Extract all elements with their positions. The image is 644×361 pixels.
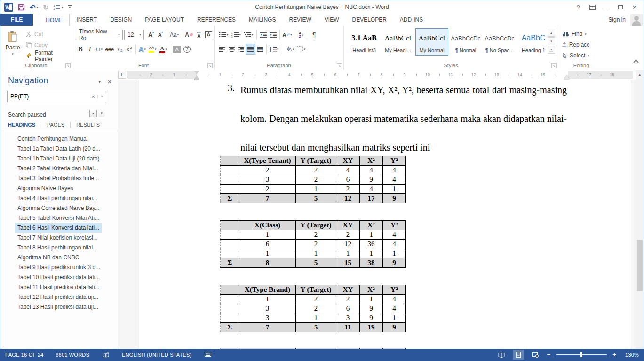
nav-heading-item[interactable]: Algorima Correlated Naïve Bay... bbox=[0, 203, 118, 213]
numbering-qat-button[interactable]: 12 ▾ bbox=[54, 4, 64, 10]
zoom-slider-thumb[interactable] bbox=[580, 352, 582, 357]
nav-heading-item[interactable]: Contoh Perhitungan Manual bbox=[0, 134, 118, 144]
collapse-ribbon-button[interactable] bbox=[634, 57, 638, 66]
nav-heading-item[interactable]: Algorima Naïve Bayes bbox=[0, 184, 118, 193]
paste-button[interactable]: Paste ▾ bbox=[2, 29, 24, 65]
ribbon-tab-mailings[interactable]: MAILINGS bbox=[242, 14, 282, 26]
search-clear-icon[interactable]: ✕ bbox=[89, 94, 97, 99]
ribbon-tab-review[interactable]: REVIEW bbox=[282, 14, 318, 26]
previous-result-button[interactable]: ▲ bbox=[89, 110, 97, 117]
cut-button[interactable]: Cut bbox=[26, 30, 72, 39]
ribbon-tab-references[interactable]: REFERENCES bbox=[191, 14, 242, 26]
text-highlight-button[interactable]: ab▾ bbox=[147, 44, 158, 55]
subscript-button[interactable]: x2 bbox=[115, 44, 125, 55]
font-name-combo[interactable]: Times New Ro▾ bbox=[76, 30, 123, 40]
strikethrough-button[interactable]: abc bbox=[104, 44, 115, 55]
borders-button[interactable]: ▾ bbox=[295, 44, 307, 55]
ribbon-tab-page-layout[interactable]: PAGE LAYOUT bbox=[138, 14, 191, 26]
nav-heading-item[interactable]: Tabel 12 Hasil prediksi data uji... bbox=[0, 292, 118, 302]
character-border-button[interactable]: A bbox=[204, 29, 214, 40]
copy-button[interactable]: Copy bbox=[26, 40, 72, 49]
asian-layout-button[interactable]: A⇄▾ bbox=[281, 29, 294, 40]
print-layout-button[interactable] bbox=[513, 350, 524, 360]
right-indent-marker[interactable] bbox=[564, 75, 570, 79]
ribbon-tab-developer[interactable]: DEVELOPER bbox=[345, 14, 393, 26]
zoom-out-button[interactable]: − bbox=[547, 351, 550, 358]
style-card--normal[interactable]: AaBbCcDc¶ Normal bbox=[449, 28, 482, 56]
nav-heading-item[interactable]: Tabel 10 Hasil prediksi data lati... bbox=[0, 273, 118, 282]
word-count[interactable]: 6601 WORDS bbox=[56, 352, 89, 358]
left-indent-marker[interactable] bbox=[194, 79, 199, 80]
language-indicator[interactable]: ENGLISH (UNITED STATES) bbox=[122, 352, 191, 358]
macro-keyboard-icon[interactable] bbox=[205, 352, 211, 357]
phonetic-guide-button[interactable]: abcA bbox=[194, 29, 204, 40]
nav-heading-item[interactable]: Tabel 3 Tabel Probabilitas Inde... bbox=[0, 174, 118, 184]
font-dialog-launcher[interactable]: ↘ bbox=[207, 63, 213, 68]
proofing-status-icon[interactable] bbox=[103, 352, 110, 358]
document-canvas[interactable]: 3. Rumus diatas membutuhkan nilai XY, X²… bbox=[118, 80, 636, 349]
user-avatar[interactable] bbox=[630, 14, 643, 26]
decrease-indent-button[interactable] bbox=[258, 29, 268, 40]
navigation-close-icon[interactable]: ✕ bbox=[107, 79, 112, 85]
superscript-button[interactable]: x2 bbox=[125, 44, 134, 55]
text-effects-button[interactable]: A▾ bbox=[137, 44, 147, 55]
navigation-options-caret-icon[interactable]: ▾ bbox=[98, 80, 101, 84]
maximize-button[interactable] bbox=[613, 0, 628, 14]
nav-heading-item[interactable]: Tabel 11 Hasil prediksi data lati... bbox=[0, 282, 118, 292]
navigation-search-input[interactable] bbox=[10, 93, 89, 100]
italic-button[interactable]: I bbox=[85, 44, 95, 55]
web-layout-button[interactable] bbox=[530, 350, 541, 360]
clear-formatting-button[interactable]: A bbox=[183, 29, 194, 40]
style-card--no-spac-[interactable]: AaBbCcDc¶ No Spac... bbox=[483, 28, 516, 56]
close-button[interactable]: ✕ bbox=[628, 0, 642, 14]
distribute-button[interactable] bbox=[255, 44, 265, 55]
read-mode-button[interactable] bbox=[496, 350, 507, 360]
nav-heading-item[interactable]: Algoritma NB dan CNBC bbox=[0, 253, 118, 263]
font-color-button[interactable]: A▾ bbox=[158, 44, 169, 55]
bullets-button[interactable]: ▾ bbox=[217, 29, 230, 40]
clipboard-dialog-launcher[interactable]: ↘ bbox=[65, 63, 71, 68]
customize-qat-button[interactable]: ▾ bbox=[68, 5, 72, 9]
replace-button[interactable]: ab⤷ac Replace bbox=[562, 40, 590, 49]
show-hide-marks-button[interactable]: ¶ bbox=[310, 29, 319, 40]
scrollbar-thumb[interactable] bbox=[637, 240, 643, 291]
nav-heading-item[interactable]: Tabel 1b Tabel Data Uji (20 data) bbox=[0, 154, 118, 164]
page-indicator[interactable]: PAGE 16 OF 24 bbox=[5, 352, 43, 358]
nav-heading-item[interactable]: Tabel 6 Hasil Konversi data lati... bbox=[0, 223, 118, 233]
align-right-button[interactable] bbox=[236, 44, 246, 55]
ribbon-tab-view[interactable]: VIEW bbox=[318, 14, 346, 26]
redo-button[interactable]: ↻ bbox=[43, 4, 49, 11]
increase-indent-button[interactable] bbox=[268, 29, 278, 40]
nav-heading-item[interactable]: Tabel 1a Tabel Data Latih (20 d... bbox=[0, 144, 118, 154]
align-left-button[interactable] bbox=[217, 44, 227, 55]
nav-heading-item[interactable]: Tabel 4 Hasil perhitungan nilai... bbox=[0, 193, 118, 203]
ribbon-tab-design[interactable]: DESIGN bbox=[103, 14, 138, 26]
zoom-slider[interactable] bbox=[556, 352, 607, 357]
style-card-my-headi-[interactable]: AaBbCcIMy Headi... bbox=[382, 28, 414, 56]
nav-tab-pages[interactable]: PAGES bbox=[47, 122, 70, 128]
styles-scroll-down-button[interactable]: ▼ bbox=[548, 37, 555, 45]
select-button[interactable]: Select▾ bbox=[562, 51, 590, 60]
help-button[interactable]: ? bbox=[571, 0, 585, 14]
shrink-font-button[interactable]: A▾ bbox=[156, 29, 165, 40]
zoom-level[interactable]: 130% bbox=[622, 352, 639, 358]
nav-heading-item[interactable]: Tabel 13 Hasil prediksi data uji... bbox=[0, 302, 118, 312]
sort-button[interactable]: AZ↓ bbox=[297, 29, 306, 40]
ribbon-tab-file[interactable]: FILE bbox=[0, 14, 33, 26]
multilevel-list-button[interactable]: ▾ bbox=[242, 29, 255, 40]
hanging-indent-marker[interactable] bbox=[194, 75, 199, 79]
nav-tab-results[interactable]: RESULTS bbox=[76, 122, 105, 128]
enclose-characters-button[interactable]: 字 bbox=[182, 44, 192, 55]
ribbon-tab-insert[interactable]: INSERT bbox=[70, 14, 103, 26]
nav-heading-item[interactable]: Tabel 8 Hasil perhitungan nilai... bbox=[0, 243, 118, 253]
numbering-button[interactable]: 123▾ bbox=[230, 29, 243, 40]
style-card-my-normal[interactable]: AaBbCcIMy Normal bbox=[415, 28, 448, 56]
paragraph-dialog-launcher[interactable]: ↘ bbox=[337, 63, 342, 68]
zoom-in-button[interactable]: + bbox=[612, 351, 616, 358]
minimize-button[interactable]: — bbox=[599, 0, 613, 14]
nav-heading-item[interactable]: Tabel 2 Tabel Kriteria dan Nilai... bbox=[0, 164, 118, 174]
search-options-caret-icon[interactable]: ▾ bbox=[97, 95, 106, 98]
next-result-button[interactable]: ▼ bbox=[98, 110, 105, 117]
align-center-button[interactable] bbox=[227, 44, 236, 55]
bold-button[interactable]: B bbox=[76, 44, 85, 55]
